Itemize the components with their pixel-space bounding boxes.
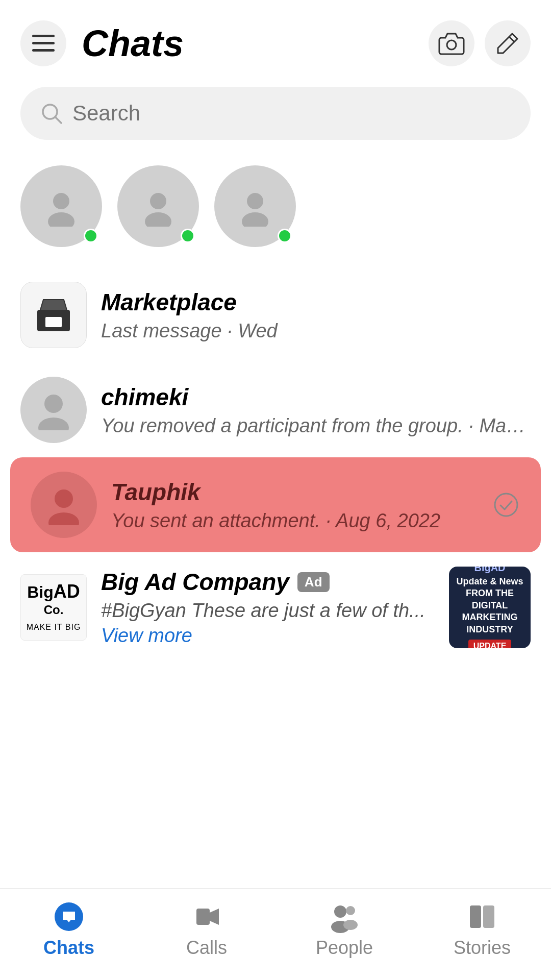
page-title: Chats (82, 22, 429, 64)
menu-button[interactable] (20, 20, 66, 66)
stories-nav-label: Stories (454, 937, 511, 959)
svg-line-4 (509, 37, 514, 42)
svg-point-23 (334, 905, 346, 918)
chats-nav-icon (53, 900, 85, 933)
chats-nav-label: Chats (43, 937, 94, 959)
ad-item[interactable]: BigAD Co. MAKE IT BIG Big Ad Company Ad … (0, 552, 551, 663)
story-avatar-1[interactable] (20, 165, 102, 247)
chat-list: Marketplace Last message · Wed chimeki Y… (0, 267, 551, 663)
chat-info: chimeki You removed a participant from t… (101, 383, 531, 437)
svg-point-8 (48, 212, 74, 227)
search-input[interactable] (72, 101, 510, 126)
chat-name: Marketplace (101, 288, 531, 316)
svg-point-25 (346, 906, 355, 915)
svg-rect-28 (483, 905, 494, 928)
svg-rect-27 (470, 905, 481, 928)
svg-point-19 (495, 494, 517, 516)
search-container (0, 77, 551, 155)
ad-company-name: Big Ad Company (101, 568, 289, 596)
svg-point-3 (447, 40, 456, 50)
chat-preview: You removed a participant from the group… (101, 415, 531, 437)
avatar (20, 377, 87, 443)
nav-item-people[interactable]: People (293, 900, 395, 959)
svg-point-10 (145, 212, 171, 227)
svg-point-18 (48, 512, 79, 525)
header: Chats (0, 0, 551, 77)
svg-rect-14 (45, 317, 62, 327)
svg-point-11 (247, 193, 263, 209)
chat-item-tauphik[interactable]: Tauphik You sent an attachment. · Aug 6,… (10, 457, 541, 552)
svg-point-12 (242, 212, 268, 227)
svg-rect-2 (32, 49, 55, 52)
avatar (20, 282, 87, 348)
camera-button[interactable] (429, 20, 474, 66)
svg-point-17 (55, 489, 73, 508)
online-indicator (181, 229, 195, 243)
story-avatar-3[interactable] (214, 165, 296, 247)
calls-nav-label: Calls (186, 937, 227, 959)
svg-rect-1 (32, 42, 55, 44)
chat-name: chimeki (101, 383, 531, 411)
svg-rect-0 (32, 35, 55, 37)
people-nav-icon (328, 900, 361, 933)
story-avatar-2[interactable] (117, 165, 199, 247)
online-indicator (278, 229, 292, 243)
nav-item-stories[interactable]: Stories (431, 900, 533, 959)
ad-name-row: Big Ad Company Ad (101, 568, 435, 596)
nav-item-calls[interactable]: Calls (156, 900, 258, 959)
chat-name: Tauphik (111, 478, 478, 506)
svg-point-26 (343, 920, 358, 930)
search-bar (20, 87, 531, 140)
online-indicator (84, 229, 98, 243)
calls-nav-icon (190, 900, 223, 933)
ad-badge: Ad (297, 572, 330, 592)
stories-nav-icon (466, 900, 498, 933)
ad-thumb-logo: BigAD (474, 567, 505, 574)
check-icon (492, 491, 520, 519)
header-actions (429, 20, 531, 66)
ad-thumb-text: Update & NewsFROM THE DIGITALMARKETING I… (454, 576, 525, 635)
svg-line-6 (55, 117, 61, 123)
ad-thumbnail: BigAD Update & NewsFROM THE DIGITALMARKE… (449, 567, 531, 648)
chat-info: Tauphik You sent an attachment. · Aug 6,… (111, 478, 478, 532)
nav-item-chats[interactable]: Chats (18, 900, 120, 959)
ad-logo: BigAD Co. MAKE IT BIG (20, 574, 87, 641)
svg-rect-21 (196, 909, 210, 925)
svg-point-7 (53, 193, 69, 209)
svg-point-16 (38, 418, 69, 430)
people-nav-label: People (316, 937, 373, 959)
ad-content: Big Ad Company Ad #BigGyan These are jus… (101, 568, 435, 647)
chat-info: Marketplace Last message · Wed (101, 288, 531, 342)
ad-text: #BigGyan These are just a few of th... (101, 600, 435, 622)
stories-row (0, 155, 551, 267)
ad-viewmore-link[interactable]: View more (101, 625, 192, 646)
chat-item-marketplace[interactable]: Marketplace Last message · Wed (0, 267, 551, 362)
bottom-nav: Chats Calls People Stories (0, 888, 551, 980)
svg-marker-22 (210, 909, 219, 925)
avatar (31, 472, 97, 538)
svg-point-9 (150, 193, 166, 209)
chat-preview: You sent an attachment. · Aug 6, 2022 (111, 510, 478, 532)
search-icon (41, 103, 62, 124)
chat-item-chimeki[interactable]: chimeki You removed a participant from t… (0, 362, 551, 457)
compose-button[interactable] (485, 20, 531, 66)
ad-thumb-btn: UPDATE (468, 640, 512, 648)
svg-point-15 (44, 395, 63, 413)
chat-preview: Last message · Wed (101, 320, 531, 342)
